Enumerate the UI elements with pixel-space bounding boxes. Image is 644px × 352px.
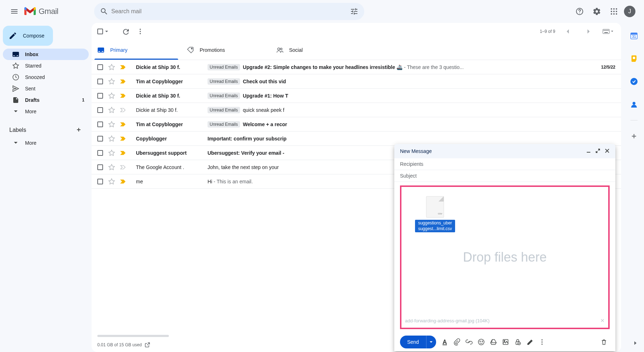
fullscreen-button[interactable] xyxy=(595,148,600,154)
star-icon[interactable] xyxy=(108,135,115,142)
subject-field[interactable]: Subject xyxy=(394,170,615,182)
importance-icon[interactable] xyxy=(120,122,126,127)
labels-title: Labels xyxy=(9,127,26,133)
discard-draft-button[interactable] xyxy=(598,336,610,348)
keep-addon[interactable] xyxy=(627,51,641,66)
email-checkbox[interactable] xyxy=(97,64,103,70)
email-row[interactable]: CopybloggerImportant: confirm your subsc… xyxy=(92,132,621,146)
importance-icon[interactable] xyxy=(120,79,126,84)
star-icon[interactable] xyxy=(108,78,115,85)
email-checkbox[interactable] xyxy=(97,150,103,156)
main-menu-button[interactable] xyxy=(6,3,23,20)
horizontal-scrollbar[interactable] xyxy=(97,335,169,337)
search-button[interactable] xyxy=(97,4,111,19)
tab-primary[interactable]: Primary xyxy=(92,40,181,60)
importance-icon[interactable] xyxy=(120,64,126,70)
importance-icon[interactable] xyxy=(120,164,126,170)
tasks-addon[interactable] xyxy=(627,74,641,89)
signature-button[interactable] xyxy=(524,336,536,348)
sidebar-item-sent[interactable]: Sent xyxy=(3,83,89,94)
sidebar-item-drafts[interactable]: Drafts 1 xyxy=(3,94,89,106)
attach-file-button[interactable] xyxy=(451,336,463,348)
minimize-button[interactable] xyxy=(586,148,591,154)
importance-icon[interactable] xyxy=(120,136,126,142)
star-icon[interactable] xyxy=(108,164,115,171)
more-options-button[interactable] xyxy=(133,24,147,39)
email-checkbox[interactable] xyxy=(97,122,103,127)
compose-header[interactable]: New Message xyxy=(394,144,615,158)
star-icon[interactable] xyxy=(108,64,115,71)
email-checkbox[interactable] xyxy=(97,164,103,170)
email-checkbox[interactable] xyxy=(97,93,103,99)
confidential-button[interactable] xyxy=(512,336,523,348)
attachment-name[interactable]: add-forwarding-address-gmail.jpg (104K) xyxy=(405,318,489,323)
insert-link-button[interactable] xyxy=(463,336,475,348)
sidebar-item-snoozed[interactable]: Snoozed xyxy=(3,71,89,83)
add-label-button[interactable] xyxy=(75,126,82,134)
email-checkbox[interactable] xyxy=(97,179,103,184)
star-icon[interactable] xyxy=(108,92,115,99)
get-addons[interactable] xyxy=(627,129,641,143)
remove-attachment-button[interactable]: ✕ xyxy=(600,318,605,323)
email-checkbox[interactable] xyxy=(97,107,103,113)
email-row[interactable]: Tim at CopybloggerUnread EmailsWelcome +… xyxy=(92,117,621,132)
search-bar[interactable] xyxy=(94,3,364,20)
refresh-button[interactable] xyxy=(119,24,133,39)
star-icon[interactable] xyxy=(108,149,115,157)
svg-text:31: 31 xyxy=(632,35,636,39)
open-link-icon[interactable] xyxy=(145,342,150,348)
sidebar-item-inbox[interactable]: Inbox xyxy=(3,49,89,60)
tab-social[interactable]: Social xyxy=(270,40,360,60)
email-label-chip[interactable]: Unread Emails xyxy=(208,64,240,70)
email-label-chip[interactable]: Unread Emails xyxy=(208,93,240,99)
calendar-addon[interactable]: 31 xyxy=(627,29,641,43)
prev-page-button[interactable] xyxy=(561,24,575,39)
email-checkbox[interactable] xyxy=(97,79,103,84)
compose-more-button[interactable] xyxy=(536,336,548,348)
compose-button[interactable]: Compose xyxy=(3,26,53,46)
input-tools-button[interactable] xyxy=(601,24,615,39)
emoji-button[interactable] xyxy=(475,336,487,348)
search-options-button[interactable] xyxy=(347,4,361,19)
email-checkbox[interactable] xyxy=(97,136,103,142)
importance-icon[interactable] xyxy=(120,179,126,184)
select-all-checkbox[interactable] xyxy=(97,29,103,34)
email-row[interactable]: Dickie at Ship 30 f.Unread EmailsUpgrade… xyxy=(92,89,621,103)
importance-icon[interactable] xyxy=(120,150,126,156)
recipients-field[interactable]: Recipients xyxy=(394,158,615,170)
settings-button[interactable] xyxy=(590,4,604,19)
next-page-button[interactable] xyxy=(581,24,595,39)
email-row[interactable]: Dickie at Ship 30 f.Unread Emailsquick s… xyxy=(92,103,621,117)
sidebar-item-more[interactable]: More xyxy=(3,106,89,117)
send-options-button[interactable] xyxy=(426,336,436,348)
apps-button[interactable] xyxy=(607,4,621,19)
email-label-chip[interactable]: Unread Emails xyxy=(208,107,240,113)
star-icon[interactable] xyxy=(108,178,115,185)
sidebar-item-starred[interactable]: Starred xyxy=(3,60,89,71)
labels-more[interactable]: More xyxy=(3,137,89,149)
select-all[interactable] xyxy=(97,29,109,34)
search-input[interactable] xyxy=(111,8,347,15)
format-text-button[interactable] xyxy=(439,336,450,348)
email-row[interactable]: Tim at CopybloggerUnread EmailsCheck out… xyxy=(92,74,621,89)
hide-sidepanel-button[interactable] xyxy=(632,339,639,348)
insert-photo-button[interactable] xyxy=(500,336,511,348)
drive-button[interactable] xyxy=(488,336,499,348)
row-controls xyxy=(97,149,136,157)
compose-body-dropzone[interactable]: csv suggestions_uber suggest...limit.csv… xyxy=(400,185,610,329)
contacts-addon[interactable] xyxy=(627,97,641,111)
importance-icon[interactable] xyxy=(120,93,126,99)
gmail-logo[interactable]: Gmail xyxy=(24,7,94,16)
account-avatar[interactable]: J xyxy=(624,6,635,17)
star-icon[interactable] xyxy=(108,106,115,114)
email-label-chip[interactable]: Unread Emails xyxy=(208,78,240,85)
importance-icon[interactable] xyxy=(120,107,126,113)
tab-promotions[interactable]: Promotions xyxy=(181,40,270,60)
row-controls xyxy=(97,92,136,99)
star-icon[interactable] xyxy=(108,121,115,128)
support-button[interactable] xyxy=(572,4,587,19)
email-row[interactable]: Dickie at Ship 30 f.Unread EmailsUpgrade… xyxy=(92,60,621,74)
email-label-chip[interactable]: Unread Emails xyxy=(208,121,240,128)
send-button[interactable]: Send xyxy=(400,339,426,345)
close-button[interactable] xyxy=(605,148,610,154)
